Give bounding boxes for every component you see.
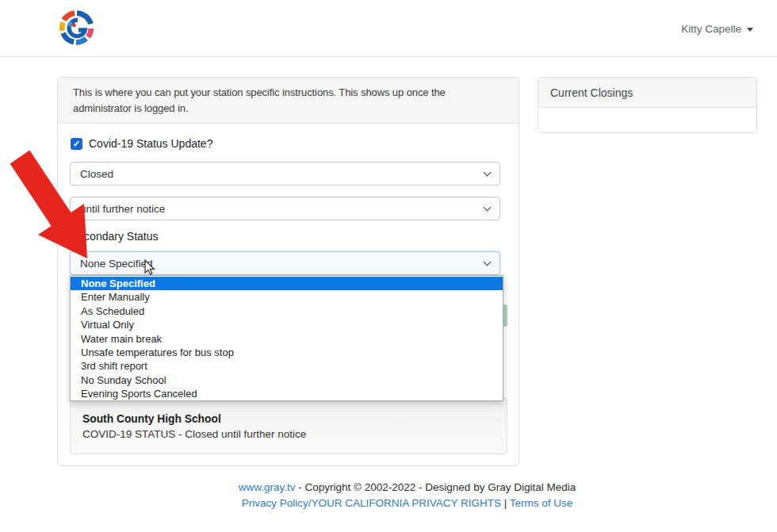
dropdown-option[interactable]: Evening Sports Canceled: [71, 387, 503, 400]
footer-separator: |: [501, 497, 510, 509]
status-select-value: Closed: [80, 168, 113, 180]
secondary-status-select[interactable]: None Specified: [70, 251, 500, 275]
preview-school-name: South County High School: [82, 411, 495, 427]
current-closings-card: Current Closings: [538, 77, 757, 133]
dropdown-option[interactable]: Virtual Only: [71, 318, 503, 331]
dropdown-option[interactable]: As Scheduled: [71, 304, 503, 318]
dropdown-option[interactable]: No Sunday School: [71, 373, 503, 387]
status-preview: South County High School COVID-19 STATUS…: [70, 397, 507, 454]
secondary-status-value: None Specified: [80, 258, 153, 270]
footer-copyright-line: www.gray.tv - Copyright © 2002-2022 - De…: [57, 480, 757, 496]
preview-status-line: COVID-19 STATUS - Closed until further n…: [82, 427, 495, 442]
current-closings-header: Current Closings: [538, 78, 756, 108]
footer-legal-line: Privacy Policy/YOUR CALIFORNIA PRIVACY R…: [57, 496, 757, 511]
dropdown-option[interactable]: Enter Manually: [71, 290, 503, 304]
dropdown-option[interactable]: Unsafe temperatures for bus stop: [71, 346, 503, 359]
page: Kitty Capelle This is where you can put …: [0, 0, 777, 532]
terms-of-use-link[interactable]: Terms of Use: [510, 497, 573, 509]
user-name: Kitty Capelle: [681, 23, 741, 35]
duration-select-value: until further notice: [80, 203, 165, 215]
gray-tv-link[interactable]: www.gray.tv: [239, 481, 296, 493]
dropdown-option[interactable]: Water main break: [71, 332, 503, 346]
privacy-policy-link[interactable]: Privacy Policy/YOUR CALIFORNIA PRIVACY R…: [242, 497, 501, 509]
user-account-menu[interactable]: Kitty Capelle: [681, 0, 753, 57]
top-navbar: Kitty Capelle: [0, 0, 777, 57]
duration-select[interactable]: until further notice: [70, 197, 500, 220]
gray-tv-logo-icon[interactable]: [52, 3, 101, 52]
covid-status-checkbox-row[interactable]: ✓ Covid-19 Status Update?: [71, 137, 212, 150]
chevron-down-icon: [484, 203, 492, 211]
status-select[interactable]: Closed: [70, 162, 500, 186]
caret-down-icon: [747, 28, 753, 32]
chevron-down-icon: [484, 168, 492, 176]
page-footer: www.gray.tv - Copyright © 2002-2022 - De…: [57, 480, 757, 511]
checkbox-checked-icon[interactable]: ✓: [71, 138, 82, 150]
secondary-status-label: Secondary Status: [71, 230, 159, 243]
copyright-text: - Copyright © 2002-2022 - Designed by Gr…: [296, 481, 576, 493]
dropdown-option[interactable]: None Specified: [71, 277, 503, 290]
secondary-status-dropdown: None Specified Enter Manually As Schedul…: [70, 275, 503, 401]
covid-checkbox-label: Covid-19 Status Update?: [89, 137, 212, 150]
status-form: ✓ Covid-19 Status Update? Closed until f…: [58, 124, 519, 465]
dropdown-option[interactable]: 3rd shift report: [71, 359, 503, 373]
station-status-card: This is where you can put your station s…: [57, 77, 519, 466]
chevron-down-icon: [484, 258, 492, 266]
station-instructions: This is where you can put your station s…: [58, 78, 519, 124]
current-closings-body: [538, 108, 756, 132]
